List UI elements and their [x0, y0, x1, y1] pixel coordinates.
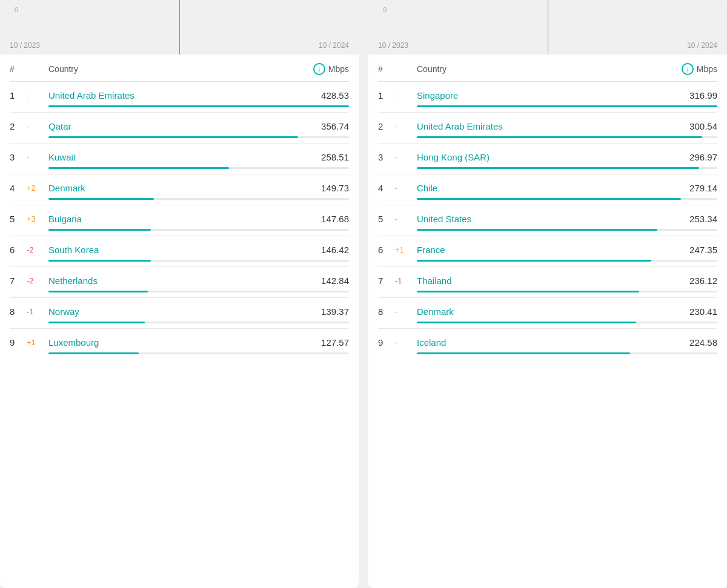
- right-rows-container: 1 - Singapore 316.99 2 - United Arab Emi…: [378, 82, 717, 359]
- row-bar-container: [417, 352, 717, 354]
- row-rank: 7: [10, 276, 27, 286]
- row-mbps: 258.51: [307, 152, 349, 162]
- row-bar-container: [48, 352, 349, 354]
- row-bar-fill: [417, 322, 636, 323]
- row-change: -: [395, 91, 417, 100]
- row-bar-fill: [417, 198, 681, 200]
- row-mbps: 253.34: [675, 214, 717, 224]
- row-bar-container: [417, 105, 717, 107]
- right-chart: 0 10 / 2023 10 / 2024: [368, 0, 727, 55]
- row-bar-container: [48, 198, 349, 200]
- table-row: 4 +2 Denmark 149.73: [10, 174, 349, 205]
- row-bar-fill: [417, 229, 657, 231]
- left-table: # Country ↓ Mbps 1 - United Arab Emirate…: [0, 55, 359, 359]
- row-bar-fill: [417, 105, 717, 107]
- row-bar-fill: [48, 322, 145, 323]
- row-mbps: 139.37: [307, 306, 349, 317]
- row-rank: 6: [10, 245, 27, 255]
- right-chart-dates: 10 / 2023 10 / 2024: [378, 41, 717, 50]
- table-row: 9 +1 Luxembourg 127.57: [10, 329, 349, 359]
- row-mbps: 147.68: [307, 214, 349, 224]
- row-change: -1: [27, 307, 48, 316]
- table-row: 6 -2 South Korea 146.42: [10, 236, 349, 266]
- row-country[interactable]: Iceland: [417, 337, 675, 348]
- row-bar-fill: [417, 260, 651, 262]
- row-change: +1: [395, 245, 417, 254]
- row-country[interactable]: Chile: [417, 183, 675, 193]
- row-bar-fill: [48, 352, 139, 354]
- row-country[interactable]: Bulgaria: [48, 214, 307, 224]
- row-rank: 8: [378, 306, 395, 317]
- table-row: 6 +1 France 247.35: [378, 236, 717, 266]
- row-bar-container: [417, 260, 717, 262]
- table-row: 9 - Iceland 224.58: [378, 329, 717, 359]
- row-country[interactable]: Norway: [48, 306, 307, 317]
- row-rank: 3: [10, 152, 27, 162]
- row-country[interactable]: Thailand: [417, 276, 675, 286]
- row-bar-container: [48, 322, 349, 323]
- row-change: -: [27, 153, 48, 162]
- left-download-icon: ↓: [313, 63, 325, 75]
- row-country[interactable]: United Arab Emirates: [417, 121, 675, 131]
- row-change: -: [395, 307, 417, 316]
- row-rank: 6: [378, 245, 395, 255]
- row-mbps: 142.84: [307, 276, 349, 286]
- row-country[interactable]: France: [417, 245, 675, 255]
- row-change: -: [395, 122, 417, 131]
- row-country[interactable]: Singapore: [417, 90, 675, 101]
- row-country[interactable]: Netherlands: [48, 276, 307, 286]
- row-rank: 1: [378, 90, 395, 101]
- row-mbps: 247.35: [675, 245, 717, 255]
- row-country[interactable]: Kuwait: [48, 152, 307, 162]
- row-mbps: 428.53: [307, 90, 349, 101]
- row-change: +3: [27, 214, 48, 223]
- row-country[interactable]: South Korea: [48, 245, 307, 255]
- row-mbps: 356.74: [307, 121, 349, 131]
- table-row: 1 - United Arab Emirates 428.53: [10, 82, 349, 112]
- row-bar-container: [417, 198, 717, 200]
- row-change: -: [395, 153, 417, 162]
- row-change: -2: [27, 276, 48, 285]
- table-row: 7 -1 Thailand 236.12: [378, 267, 717, 297]
- row-rank: 3: [378, 152, 395, 162]
- row-bar-container: [48, 229, 349, 231]
- row-rank: 2: [378, 121, 395, 131]
- row-country[interactable]: Qatar: [48, 121, 307, 131]
- row-bar-fill: [48, 105, 349, 107]
- row-change: -1: [395, 276, 417, 285]
- row-mbps: 224.58: [675, 337, 717, 348]
- row-change: -: [395, 338, 417, 347]
- row-country[interactable]: United Arab Emirates: [48, 90, 307, 101]
- row-mbps: 296.97: [675, 152, 717, 162]
- left-panel: 0 10 / 2023 10 / 2024 # Country ↓ Mbps 1…: [0, 0, 359, 588]
- row-country[interactable]: Hong Kong (SAR): [417, 152, 675, 162]
- table-row: 5 - United States 253.34: [378, 205, 717, 236]
- row-mbps: 279.14: [675, 183, 717, 193]
- row-country[interactable]: Luxembourg: [48, 337, 307, 348]
- row-rank: 9: [378, 337, 395, 348]
- row-bar-fill: [417, 291, 639, 292]
- row-country[interactable]: Denmark: [417, 306, 675, 317]
- right-table-header: # Country ↓ Mbps: [378, 55, 717, 82]
- row-country[interactable]: Denmark: [48, 183, 307, 193]
- row-bar-container: [48, 136, 349, 138]
- row-bar-container: [417, 167, 717, 169]
- row-country[interactable]: United States: [417, 214, 675, 224]
- row-rank: 9: [10, 337, 27, 348]
- row-rank: 1: [10, 90, 27, 101]
- row-rank: 5: [10, 214, 27, 224]
- left-chart-dates: 10 / 2023 10 / 2024: [10, 41, 349, 50]
- left-header-rank: #: [10, 64, 27, 74]
- right-panel: 0 10 / 2023 10 / 2024 # Country ↓ Mbps 1…: [368, 0, 727, 588]
- table-row: 2 - United Arab Emirates 300.54: [378, 113, 717, 143]
- right-date-start: 10 / 2023: [378, 41, 408, 50]
- left-table-header: # Country ↓ Mbps: [10, 55, 349, 82]
- row-change: +2: [27, 183, 48, 193]
- row-bar-fill: [417, 167, 699, 169]
- table-row: 8 -1 Norway 139.37: [10, 298, 349, 328]
- right-date-end: 10 / 2024: [687, 41, 717, 50]
- table-row: 3 - Kuwait 258.51: [10, 144, 349, 174]
- row-rank: 7: [378, 276, 395, 286]
- row-bar-fill: [48, 291, 148, 292]
- row-rank: 4: [378, 183, 395, 193]
